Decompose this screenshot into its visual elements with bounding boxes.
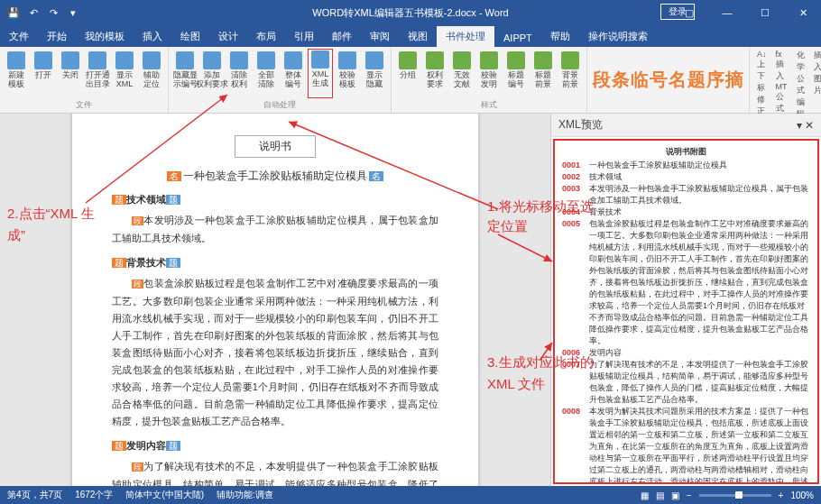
ribbon-icon [34, 51, 52, 69]
panel-close-icon[interactable]: ▾ ✕ [797, 119, 814, 132]
maximize-icon[interactable]: ☐ [747, 0, 783, 25]
ribbon-btn[interactable]: 显示 隐藏 [362, 49, 387, 98]
title-bar: 💾 ↶ ↷ ▾ WORD转XML编辑器五书模板-2.docx - Word 登录… [0, 0, 821, 25]
ribbon-btn[interactable]: 标题 编号 [503, 49, 529, 98]
status-lang[interactable]: 简体中文(中国大陆) [125, 489, 204, 501]
ribbon-label: 打开 [35, 70, 51, 79]
xml-line-num: 0008 [562, 406, 586, 484]
ribbon-icon [507, 51, 525, 69]
ribbon-btn[interactable]: 无效 文献 [449, 49, 475, 98]
ribbon-icon [453, 51, 471, 69]
tab-AIPPT[interactable]: AIPPT [494, 29, 541, 47]
tab-审阅[interactable]: 审阅 [361, 26, 399, 47]
ribbon-btn[interactable]: 辅助 定位 [139, 49, 164, 98]
orange-tag[interactable]: 临 [631, 68, 649, 92]
ribbon-btn[interactable]: 打开 [31, 49, 56, 98]
tab-书件处理[interactable]: 书件处理 [437, 26, 494, 47]
orange-tag[interactable]: 摘 [725, 68, 743, 92]
ribbon-btn[interactable]: XML 生成 [308, 49, 333, 98]
ribbon-label: 校验 模板 [339, 70, 355, 88]
orange-tag[interactable]: 段 [593, 68, 611, 92]
tab-我的模板[interactable]: 我的模板 [76, 26, 134, 47]
ribbon-small-btn[interactable]: 化学公式编辑 [797, 50, 805, 120]
view-icon[interactable]: ▣ [671, 490, 679, 500]
document-pane[interactable]: 说明书 名一种包装盒手工涂胶贴板辅助定位模具名 题技术领域题 段本发明涉及一种包… [0, 114, 550, 486]
tab-开始[interactable]: 开始 [38, 26, 76, 47]
minimize-icon[interactable]: ― [709, 0, 745, 25]
ribbon-btn[interactable]: 打开通 出目录 [85, 49, 110, 98]
ribbon-label: 隐藏显 示编号 [173, 70, 198, 88]
ribbon-btn[interactable]: 隐藏显 示编号 [172, 49, 198, 98]
xml-line-num: 0003 [562, 183, 586, 206]
tab-视图[interactable]: 视图 [399, 26, 437, 47]
zoom-level[interactable]: 100% [790, 490, 814, 500]
ribbon-btn[interactable]: 显示 XML [112, 49, 137, 98]
zoom-out-icon[interactable]: − [687, 490, 692, 500]
section-heading: 题发明内容题 [112, 439, 438, 453]
ribbon-btn[interactable]: 校验 发明 [476, 49, 502, 98]
ribbon-btn[interactable]: 新建 模板 [4, 49, 29, 98]
ribbon-btn[interactable]: 添加 权利要求 [199, 49, 225, 98]
xml-preview-body[interactable]: 说明书附图 0001一种包装盒手工涂胶贴板辅助定位模具0002技术领域0003本… [553, 139, 819, 484]
xml-line: 0008本发明为解决其技术问题所采用的技术方案是：提供了一种包装盒手工涂胶贴板辅… [562, 406, 810, 484]
zoom-in-icon[interactable]: + [779, 490, 784, 500]
close-icon[interactable]: ✕ [785, 0, 821, 25]
save-icon[interactable]: 💾 [7, 6, 20, 19]
dropdown-icon[interactable]: ▾ [67, 6, 79, 19]
status-pages[interactable]: 第4页，共7页 [7, 489, 62, 501]
tab-绘图[interactable]: 绘图 [171, 26, 209, 47]
ribbon-btn[interactable]: 整体 编号 [281, 49, 306, 98]
login-button[interactable]: 登录 [660, 4, 695, 20]
ribbon-label: 显示 XML [116, 70, 134, 88]
undo-icon[interactable]: ↶ [27, 6, 40, 19]
ribbon-btn[interactable]: 关闭 [58, 49, 83, 98]
ribbon-icon [480, 51, 498, 69]
ribbon-icon [230, 51, 248, 69]
view-icon[interactable]: ▦ [641, 490, 649, 500]
xml-line-text: 一种包装盒手工涂胶贴板辅助定位模具 [589, 160, 727, 171]
status-words[interactable]: 1672个字 [75, 489, 113, 501]
view-icon[interactable]: ▤ [656, 490, 664, 500]
tab-文件[interactable]: 文件 [0, 26, 38, 47]
zoom-slider[interactable] [699, 494, 771, 497]
redo-icon[interactable]: ↷ [47, 6, 60, 19]
ribbon-btn[interactable]: 分组 [395, 49, 420, 98]
ribbon-btn[interactable]: 清除 权利 [226, 49, 252, 98]
paragraph: 段为了解决现有技术的不足，本发明提供了一种包装盒手工涂胶贴板辅助定位模具，结构简… [112, 458, 438, 486]
tab-引用[interactable]: 引用 [285, 26, 323, 47]
ribbon-btn[interactable]: 权利 要求 [422, 49, 447, 98]
section-heading: 题技术领域题 [112, 193, 438, 206]
tab-帮助[interactable]: 帮助 [541, 26, 579, 47]
tab-插入[interactable]: 插入 [134, 26, 171, 47]
ribbon-label: 显示 隐藏 [366, 70, 383, 88]
xml-line-num: 0005 [562, 218, 586, 347]
ribbon-small-btn[interactable]: A↓上下标修正 [757, 50, 767, 120]
workspace: 说明书 名一种包装盒手工涂胶贴板辅助定位模具名 题技术领域题 段本发明涉及一种包… [0, 114, 821, 486]
xml-line: 0006发明内容 [562, 347, 810, 359]
ribbon-icon [257, 51, 275, 69]
orange-tag[interactable]: 名 [669, 68, 687, 92]
ribbon-small-btn[interactable]: 插入图片 [814, 50, 822, 120]
orange-tag[interactable]: 条 [612, 68, 630, 92]
ribbon-btn[interactable]: 校验 模板 [335, 49, 360, 98]
ribbon-label: 分组 [400, 70, 416, 79]
ribbon-btn[interactable]: 标题 前景 [530, 49, 556, 98]
ribbon-icon [311, 50, 329, 69]
tab-操作说明搜索[interactable]: 操作说明搜索 [579, 26, 657, 47]
ribbon-btn[interactable]: 背景 前景 [558, 49, 583, 98]
status-assist[interactable]: 辅助功能:调查 [217, 489, 273, 501]
ribbon-btn[interactable]: 全部 清除 [254, 49, 279, 98]
xml-preview-panel: XML预览 ▾ ✕ 说明书附图 0001一种包装盒手工涂胶贴板辅助定位模具000… [550, 114, 821, 486]
orange-tag[interactable]: 序 [706, 68, 724, 92]
xml-line-text: 包装盒涂胶贴板过程是包装盒制作工艺中对准确度要求最高的一项工艺。大多数印刷包装企… [589, 218, 810, 347]
orange-tag[interactable]: 题 [687, 68, 706, 92]
xml-line: 0005包装盒涂胶贴板过程是包装盒制作工艺中对准确度要求最高的一项工艺。大多数印… [562, 218, 810, 347]
ribbon-icon [561, 51, 579, 69]
tab-邮件[interactable]: 邮件 [323, 26, 361, 47]
ribbon-label: XML 生成 [312, 69, 329, 87]
xml-line-text: 技术领域 [589, 171, 622, 183]
orange-tag[interactable]: 号 [650, 68, 668, 92]
ribbon-small-btn[interactable]: fx 插入MT公式 [776, 50, 788, 120]
tab-设计[interactable]: 设计 [209, 26, 247, 47]
tab-布局[interactable]: 布局 [247, 26, 285, 47]
